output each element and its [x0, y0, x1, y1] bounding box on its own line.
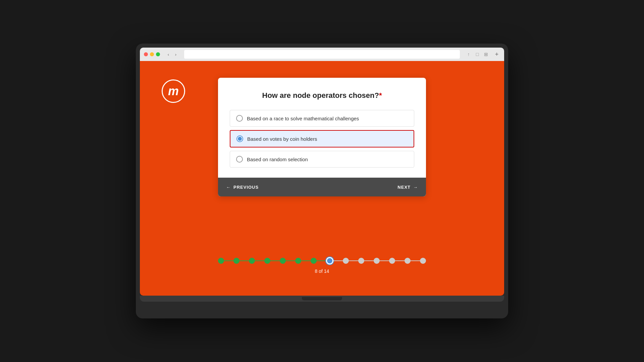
dot-item-9 [343, 258, 349, 264]
option-1-text: Based on a race to solve mathematical ch… [247, 116, 359, 121]
dot-item-8 [326, 257, 333, 264]
dot-item-6 [295, 258, 301, 264]
dot-item-10 [358, 258, 364, 264]
forward-arrow-icon[interactable]: › [173, 51, 179, 57]
dot-line-6 [301, 260, 311, 261]
minimize-button[interactable] [150, 52, 154, 56]
laptop-frame: ‹ › ↑ □ ⊞ + m How ar [136, 44, 508, 318]
dot-line-11 [380, 260, 389, 261]
dot-line-5 [286, 260, 295, 261]
quiz-card: How are node operators chosen?* Based on… [218, 78, 426, 196]
page-indicator: 8 of 14 [315, 268, 329, 274]
dot-line-4 [270, 260, 280, 261]
dot-line-1 [224, 260, 233, 261]
dot-item-3 [249, 258, 255, 264]
new-tab-button[interactable]: + [493, 51, 500, 58]
logo-container: m [162, 79, 185, 103]
dots-row [218, 257, 426, 264]
bookmark-icon[interactable]: □ [474, 51, 481, 58]
option-2-text: Based on votes by coin holders [247, 136, 317, 142]
dot-line-13 [411, 260, 420, 261]
dot-13 [405, 258, 411, 264]
dot-item-2 [233, 258, 239, 264]
dot-item-4 [264, 258, 270, 264]
dot-item-14 [420, 258, 426, 264]
next-label: NEXT [397, 185, 411, 190]
dot-11 [374, 258, 380, 264]
dot-line-12 [395, 260, 405, 261]
dot-8 [326, 257, 333, 264]
dot-2 [233, 258, 239, 264]
prev-arrow-icon: ← [226, 185, 231, 190]
option-3-text: Based on random selection [247, 157, 308, 162]
dot-item-7 [311, 258, 317, 264]
address-bar[interactable] [184, 50, 460, 59]
dot-item-11 [374, 258, 380, 264]
dot-3 [249, 258, 255, 264]
laptop-base [140, 296, 504, 302]
back-arrow-icon[interactable]: ‹ [165, 51, 171, 57]
dot-4 [264, 258, 270, 264]
page-content: m How are node operators chosen?* Based … [140, 61, 504, 296]
options-list: Based on a race to solve mathematical ch… [230, 110, 414, 168]
question-text: How are node operators chosen? [262, 91, 379, 100]
dot-line-2 [239, 260, 249, 261]
dot-6 [295, 258, 301, 264]
maximize-button[interactable] [156, 52, 160, 56]
radio-3[interactable] [236, 156, 243, 163]
previous-button[interactable]: ← PREVIOUS [226, 185, 259, 190]
quiz-body: How are node operators chosen?* Based on… [218, 78, 426, 178]
dot-7 [311, 258, 317, 264]
radio-1[interactable] [236, 115, 243, 122]
share-icon[interactable]: ↑ [465, 51, 472, 58]
browser-actions: ↑ □ ⊞ [465, 51, 489, 58]
traffic-lights [144, 52, 160, 56]
dot-12 [389, 258, 395, 264]
dot-1 [218, 258, 224, 264]
dot-line-7 [317, 260, 326, 261]
radio-2[interactable] [236, 135, 243, 142]
radio-2-inner [238, 137, 242, 141]
more-icon[interactable]: ⊞ [483, 51, 489, 58]
screen-bezel: ‹ › ↑ □ ⊞ + m How ar [140, 48, 504, 296]
close-button[interactable] [144, 52, 148, 56]
dot-line-10 [364, 260, 374, 261]
logo: m [162, 79, 185, 103]
progress-container: 8 of 14 [218, 257, 426, 274]
dot-item-13 [405, 258, 411, 264]
logo-letter: m [168, 84, 179, 98]
dot-line-9 [349, 260, 358, 261]
next-button[interactable]: NEXT → [397, 185, 418, 190]
dot-item-12 [389, 258, 395, 264]
option-2[interactable]: Based on votes by coin holders [230, 130, 414, 147]
dot-item-1 [218, 258, 224, 264]
dot-9 [343, 258, 349, 264]
option-1[interactable]: Based on a race to solve mathematical ch… [230, 110, 414, 127]
quiz-footer: ← PREVIOUS NEXT → [218, 178, 426, 196]
dot-item-5 [280, 258, 286, 264]
dot-14 [420, 258, 426, 264]
next-arrow-icon: → [413, 185, 418, 190]
required-star: * [379, 91, 382, 100]
previous-label: PREVIOUS [233, 185, 259, 190]
browser-chrome: ‹ › ↑ □ ⊞ + [140, 48, 504, 61]
dot-5 [280, 258, 286, 264]
question-title: How are node operators chosen?* [230, 91, 414, 100]
option-3[interactable]: Based on random selection [230, 151, 414, 168]
dot-line-3 [255, 260, 264, 261]
nav-arrows: ‹ › [165, 51, 179, 57]
dot-10 [358, 258, 364, 264]
dot-line-8 [333, 260, 343, 261]
laptop-notch [302, 297, 342, 300]
